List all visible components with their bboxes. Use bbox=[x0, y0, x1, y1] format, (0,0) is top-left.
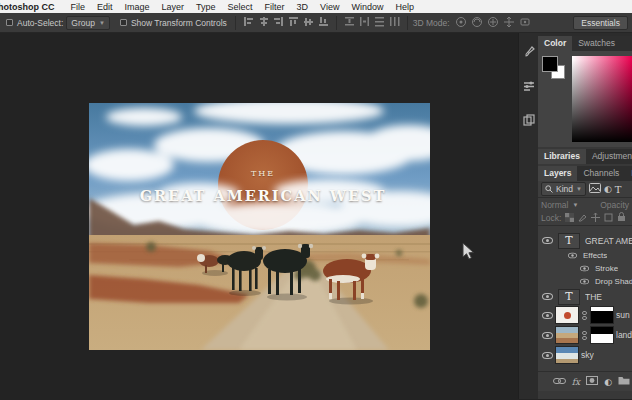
menu-layer[interactable]: Layer bbox=[156, 2, 191, 12]
3d-slide-icon[interactable] bbox=[503, 16, 515, 30]
menu-file[interactable]: File bbox=[65, 2, 92, 12]
layer-name[interactable]: sky bbox=[581, 350, 594, 360]
options-bar: Auto-Select: Group ▼ Show Transform Cont… bbox=[0, 13, 632, 33]
canvas-text-the: THE bbox=[89, 169, 430, 178]
visibility-toggle[interactable] bbox=[541, 237, 553, 244]
layer-filter-row: Kind ▼ ◐ T bbox=[538, 181, 632, 198]
align-h-center-icon[interactable] bbox=[258, 16, 269, 29]
photoshop-window: Photoshop CC File Edit Image Layer Type … bbox=[0, 0, 632, 400]
tab-adjustments[interactable]: Adjustments bbox=[586, 149, 632, 164]
3d-scale-icon[interactable] bbox=[519, 16, 531, 30]
distribute-bottom-icon[interactable] bbox=[374, 16, 385, 29]
link-mask-icon bbox=[581, 311, 588, 320]
effects-label[interactable]: Effects bbox=[583, 251, 607, 260]
3d-pan-icon[interactable] bbox=[487, 16, 499, 30]
menu-type[interactable]: Type bbox=[190, 2, 222, 12]
visibility-toggle[interactable] bbox=[541, 293, 553, 300]
layer-row-the[interactable]: T THE bbox=[538, 288, 632, 305]
menu-window[interactable]: Window bbox=[345, 2, 389, 12]
filter-pixel-layers-icon[interactable] bbox=[589, 183, 601, 195]
blend-mode-dropdown[interactable]: Normal bbox=[541, 200, 568, 210]
3d-roll-icon[interactable] bbox=[471, 16, 483, 30]
lock-artboard-icon[interactable] bbox=[604, 213, 613, 224]
layer-filter-kind-dropdown[interactable]: Kind ▼ bbox=[541, 182, 586, 196]
layer-name[interactable]: landscape bbox=[616, 330, 632, 340]
3d-mode-label: 3D Mode: bbox=[413, 18, 450, 28]
distribute-middle-icon[interactable] bbox=[359, 16, 370, 29]
visibility-toggle[interactable] bbox=[578, 265, 590, 272]
chevron-down-icon: ▼ bbox=[572, 202, 578, 208]
layer-effect-drop-shadow-row[interactable]: Drop Shadow bbox=[538, 275, 632, 288]
tab-channels[interactable]: Channels bbox=[577, 166, 625, 181]
layer-thumbnail[interactable] bbox=[555, 306, 579, 324]
color-picker-field[interactable] bbox=[572, 56, 632, 142]
layer-effect-stroke-row[interactable]: Stroke bbox=[538, 262, 632, 275]
opacity-label[interactable]: Opacity bbox=[600, 200, 629, 210]
layer-mask-thumbnail[interactable] bbox=[590, 306, 614, 324]
link-mask-icon bbox=[581, 331, 588, 340]
lock-all-icon[interactable] bbox=[617, 212, 626, 224]
layer-thumbnail[interactable] bbox=[555, 346, 579, 364]
canvas-area[interactable]: THE GREAT AMERICAN WEST bbox=[0, 33, 518, 399]
lock-transparency-icon[interactable] bbox=[565, 213, 574, 224]
layer-effects-row[interactable]: Effects bbox=[538, 249, 632, 262]
effect-name[interactable]: Stroke bbox=[595, 264, 618, 273]
lock-position-icon[interactable] bbox=[591, 213, 600, 224]
tab-layers[interactable]: Layers bbox=[538, 166, 577, 181]
layer-name[interactable]: sun bbox=[616, 310, 630, 320]
layer-mask-thumbnail[interactable] bbox=[590, 326, 614, 344]
layer-style-icon[interactable]: fx bbox=[572, 377, 580, 387]
effect-name[interactable]: Drop Shadow bbox=[595, 277, 632, 286]
align-v-center-icon[interactable] bbox=[303, 16, 314, 29]
show-transform-checkbox[interactable] bbox=[120, 19, 127, 26]
distribute-left-icon[interactable] bbox=[389, 16, 400, 29]
menu-edit[interactable]: Edit bbox=[91, 2, 119, 12]
3d-orbit-icon[interactable] bbox=[455, 16, 467, 30]
visibility-toggle[interactable] bbox=[541, 332, 553, 339]
new-group-icon[interactable] bbox=[618, 376, 630, 387]
menu-view[interactable]: View bbox=[314, 2, 345, 12]
distribute-top-icon[interactable] bbox=[344, 16, 355, 29]
align-top-icon[interactable] bbox=[288, 16, 299, 29]
add-mask-icon[interactable] bbox=[586, 376, 598, 387]
visibility-toggle[interactable] bbox=[578, 278, 590, 285]
layer-row-sun[interactable]: sun bbox=[538, 305, 632, 325]
divider bbox=[235, 16, 236, 30]
tab-paths[interactable]: Paths bbox=[625, 166, 632, 181]
auto-select-target-dropdown[interactable]: Group ▼ bbox=[66, 16, 110, 30]
brush-panel-icon[interactable] bbox=[522, 45, 536, 63]
align-bottom-icon[interactable] bbox=[318, 16, 329, 29]
tab-libraries[interactable]: Libraries bbox=[538, 149, 586, 164]
layer-row-landscape[interactable]: landscape bbox=[538, 325, 632, 345]
layer-row-sky[interactable]: sky bbox=[538, 345, 632, 365]
workspace-switcher-button[interactable]: Essentials bbox=[573, 16, 628, 30]
filter-adjustment-layers-icon[interactable]: ◐ bbox=[604, 184, 612, 194]
align-right-icon[interactable] bbox=[273, 16, 284, 29]
divider bbox=[407, 16, 408, 30]
foreground-background-swatch[interactable] bbox=[542, 56, 568, 82]
visibility-toggle[interactable] bbox=[566, 252, 578, 259]
link-layers-icon[interactable] bbox=[553, 377, 566, 387]
clone-source-panel-icon[interactable] bbox=[522, 113, 536, 131]
menu-select[interactable]: Select bbox=[222, 2, 259, 12]
auto-select-checkbox[interactable] bbox=[6, 19, 13, 26]
align-left-icon[interactable] bbox=[243, 16, 254, 29]
menu-help[interactable]: Help bbox=[389, 2, 420, 12]
document-canvas[interactable]: THE GREAT AMERICAN WEST bbox=[89, 103, 430, 350]
foreground-color-swatch[interactable] bbox=[542, 56, 558, 72]
layer-name[interactable]: THE bbox=[585, 292, 602, 302]
tab-swatches[interactable]: Swatches bbox=[572, 36, 621, 51]
layer-thumbnail[interactable] bbox=[555, 326, 579, 344]
lock-pixels-icon[interactable] bbox=[578, 213, 587, 224]
menu-image[interactable]: Image bbox=[119, 2, 156, 12]
layer-row-great-american-west[interactable]: T GREAT AMERICAN WEST bbox=[538, 232, 632, 249]
filter-type-layers-icon[interactable]: T bbox=[615, 184, 622, 195]
tab-color[interactable]: Color bbox=[538, 36, 572, 51]
layer-name[interactable]: GREAT AMERICAN WEST bbox=[585, 236, 632, 246]
properties-panel-icon[interactable] bbox=[522, 79, 536, 97]
visibility-toggle[interactable] bbox=[541, 312, 553, 319]
menu-filter[interactable]: Filter bbox=[259, 2, 291, 12]
menu-3d[interactable]: 3D bbox=[291, 2, 315, 12]
visibility-toggle[interactable] bbox=[541, 352, 553, 359]
add-adjustment-icon[interactable]: ◐ bbox=[604, 377, 612, 387]
